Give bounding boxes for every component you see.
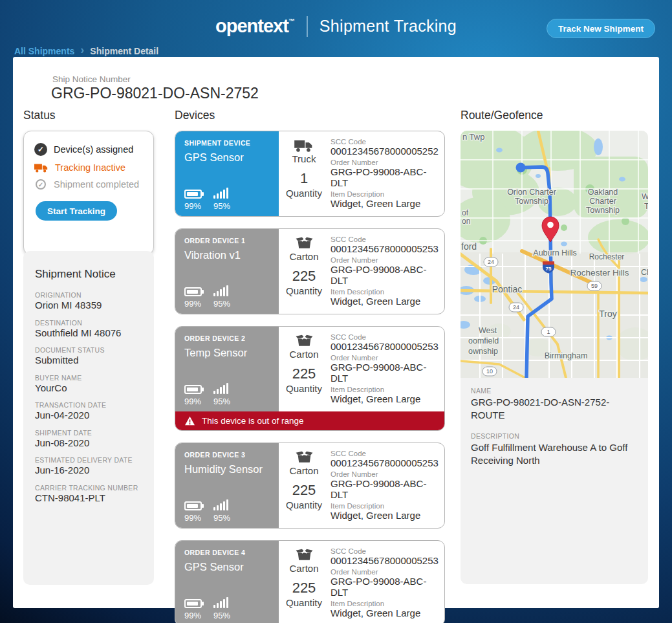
container-info: Carton 225 Quantity — [279, 541, 329, 623]
device-details: SCC Code 00012345678000005253 Order Numb… — [329, 541, 444, 623]
shipment-notice-heading: Shipment Notice — [35, 268, 144, 281]
breadcrumb: All Shipments › Shipment Detail — [14, 45, 158, 57]
field-transaction-date: TRANSACTION DATE Jun-04-2020 — [35, 401, 144, 421]
device-card-order-device-4[interactable]: ORDER DEVICE 4 GPS Sensor 99% 95% — [175, 540, 445, 623]
app-title: Shipment Tracking — [320, 17, 457, 36]
status-step-label: Shipment completed — [54, 179, 139, 190]
field-shipment-date: SHIPMENT DATE Jun-08-2020 — [35, 429, 144, 448]
svg-text:Oakland: Oakland — [588, 188, 618, 197]
field-carrier-tracking-number: CARRIER TRACKING NUMBER CTN-98041-PLT — [35, 484, 144, 503]
svg-text:Ch: Ch — [641, 268, 648, 277]
field-document-status: DOCUMENT STATUS Submitted — [35, 346, 144, 366]
devices-list: SHIPMENT DEVICE GPS Sensor 99% 95% — [175, 131, 445, 623]
svg-text:Township: Township — [515, 197, 548, 206]
battery-icon — [184, 599, 202, 608]
route-geofence-heading: Route/Geofence — [461, 109, 543, 122]
svg-text:n Twp: n Twp — [462, 132, 484, 142]
svg-text:24: 24 — [488, 259, 494, 265]
status-step-label: Tracking Inactive — [55, 162, 125, 173]
device-card-order-device-2[interactable]: ORDER DEVICE 2 Temp Sensor 99% 95% — [175, 326, 445, 431]
battery-icon — [184, 385, 202, 394]
device-card-order-device-3[interactable]: ORDER DEVICE 3 Humidity Sensor 99% 95% — [175, 443, 445, 529]
header-divider — [307, 16, 308, 37]
status-card: ✓ Device(s) assigned Tracking Inactive ✓… — [23, 131, 154, 255]
device-card-left-panel: ORDER DEVICE 1 Vibration v1 99% 95% — [175, 229, 279, 314]
svg-text:Pontiac: Pontiac — [492, 284, 523, 294]
shipment-notice-panel: Shipment Notice ORIGINATION Orion MI 483… — [23, 251, 154, 585]
truck-icon — [34, 162, 49, 173]
status-step-devices-assigned: ✓ Device(s) assigned — [34, 143, 144, 156]
device-out-of-range-alert: This device is out of range — [175, 411, 444, 430]
svg-text:Birmingham: Birmingham — [545, 351, 588, 360]
container-info: Carton 225 Quantity — [279, 443, 329, 528]
field-origination: ORIGINATION Orion MI 48359 — [35, 291, 144, 311]
field-estimated-delivery-date: ESTIMATED DELIVERY DATE Jun-16-2020 — [35, 456, 144, 475]
svg-text:Wa: Wa — [642, 192, 648, 201]
check-circle-icon: ✓ — [34, 143, 47, 156]
carton-icon — [296, 334, 313, 347]
device-details: SCC Code 00012345678000005253 Order Numb… — [329, 327, 444, 411]
signal-bars-icon — [213, 285, 228, 296]
field-destination: DESTINATION Southfield MI 48076 — [35, 319, 144, 338]
battery-icon — [184, 501, 202, 510]
truck-icon — [294, 138, 314, 152]
svg-text:1: 1 — [547, 329, 550, 335]
app-background: opentext™ Shipment Tracking Track New Sh… — [0, 0, 672, 623]
container-info: Carton 225 Quantity — [279, 229, 329, 314]
svg-text:on: on — [462, 217, 470, 226]
device-card-shipment-device[interactable]: SHIPMENT DEVICE GPS Sensor 99% 95% — [175, 131, 445, 217]
breadcrumb-all-shipments-link[interactable]: All Shipments — [14, 46, 74, 56]
battery-icon — [184, 287, 202, 296]
svg-text:ownship: ownship — [468, 347, 498, 356]
opentext-logo: opentext™ — [215, 16, 295, 37]
signal-bars-icon — [213, 188, 228, 199]
route-description-field: DESCRIPTION Goff Fulfillment Warehouse A… — [471, 432, 638, 468]
battery-icon — [184, 190, 202, 199]
route-geofence-panel: 24 59 24 1 — [461, 131, 648, 584]
svg-text:75: 75 — [546, 266, 552, 272]
route-map[interactable]: 24 59 24 1 — [461, 131, 648, 378]
devices-heading: Devices — [175, 109, 215, 122]
container-info: Carton 225 Quantity — [279, 327, 329, 411]
svg-text:10: 10 — [486, 368, 493, 375]
svg-text:ford: ford — [461, 241, 477, 252]
carton-icon — [296, 236, 313, 250]
svg-text:oomfield: oomfield — [468, 336, 499, 345]
container-info: Truck 1 Quantity — [279, 131, 329, 216]
device-card-order-device-1[interactable]: ORDER DEVICE 1 Vibration v1 99% 95% — [175, 228, 445, 314]
device-card-left-panel: SHIPMENT DEVICE GPS Sensor 99% 95% — [175, 131, 279, 216]
svg-text:Rochester Hills: Rochester Hills — [570, 268, 629, 278]
status-step-label: Device(s) assigned — [54, 144, 133, 155]
carton-icon — [296, 548, 313, 562]
svg-text:24: 24 — [513, 304, 519, 311]
device-card-left-panel: ORDER DEVICE 3 Humidity Sensor 99% 95% — [175, 443, 279, 528]
signal-bars-icon — [213, 597, 228, 608]
ship-notice-number-label: Ship Notice Number — [52, 74, 131, 84]
svg-text:West: West — [479, 326, 497, 335]
ship-notice-number-value: GRG-PO-98021-DO-ASN-2752 — [51, 85, 259, 102]
status-step-tracking-inactive: Tracking Inactive — [34, 162, 144, 173]
device-card-left-panel: ORDER DEVICE 4 GPS Sensor 99% 95% — [175, 541, 279, 623]
svg-text:Orion Charter: Orion Charter — [507, 188, 556, 197]
chevron-right-icon: › — [80, 44, 84, 56]
content-card: Ship Notice Number GRG-PO-98021-DO-ASN-2… — [13, 57, 659, 608]
svg-text:59: 59 — [591, 283, 598, 289]
check-circle-outline-icon: ✓ — [36, 179, 46, 190]
signal-bars-icon — [213, 499, 228, 510]
signal-bars-icon — [213, 383, 228, 394]
track-new-shipment-button[interactable]: Track New Shipment — [547, 19, 655, 38]
svg-text:Rochester: Rochester — [589, 252, 625, 261]
app-header: opentext™ Shipment Tracking Track New Sh… — [0, 0, 672, 57]
svg-text:Township: Township — [586, 206, 620, 215]
status-step-shipment-completed: ✓ Shipment completed — [34, 179, 144, 190]
start-tracking-button[interactable]: Start Tracking — [36, 201, 117, 221]
route-info: NAME GRG-PO-98021-DO-ASN-2752-ROUTE DESC… — [461, 378, 648, 467]
route-name-field: NAME GRG-PO-98021-DO-ASN-2752-ROUTE — [471, 387, 638, 422]
svg-text:Auburn Hills: Auburn Hills — [533, 248, 576, 257]
device-details: SCC Code 00012345678000005253 Order Numb… — [329, 229, 444, 314]
svg-text:Troy: Troy — [599, 309, 616, 319]
device-details: SCC Code 00012345678000005252 Order Numb… — [329, 131, 444, 216]
status-heading: Status — [23, 109, 56, 122]
device-details: SCC Code 00012345678000005253 Order Numb… — [329, 443, 444, 528]
svg-text:T: T — [644, 202, 648, 211]
